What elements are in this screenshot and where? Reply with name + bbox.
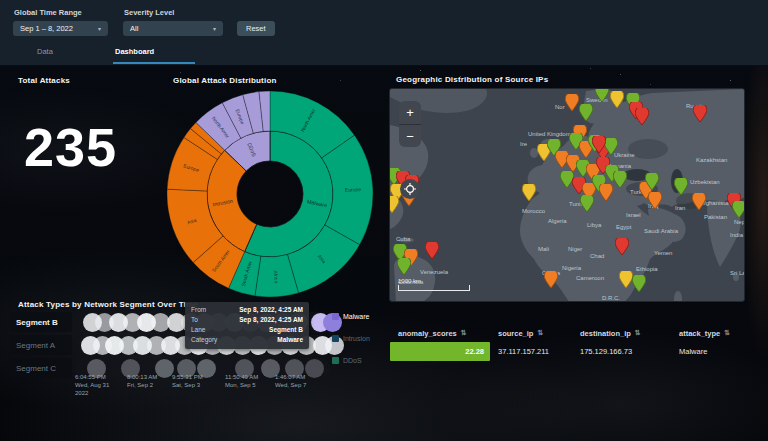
map-pin-o[interactable]	[648, 192, 662, 209]
time-axis-tick: 11:50:49 AM Mon, Sep 5	[225, 373, 258, 389]
table-header-row: anomaly_scores⇅source_ip⇅destination_ip⇅…	[390, 326, 762, 340]
map-pin-y[interactable]	[389, 196, 399, 213]
map-pin-g[interactable]	[579, 104, 593, 121]
map-pin-g[interactable]	[397, 258, 411, 275]
tooltip-field-label: To	[191, 315, 198, 325]
time-axis-tick: 9:55:31 PM Sat, Sep 3	[172, 373, 203, 389]
map-landmass	[628, 139, 668, 159]
reset-button[interactable]: Reset	[237, 21, 275, 36]
tab-data[interactable]: Data	[37, 47, 53, 56]
total-attacks-value: 235	[24, 116, 117, 178]
tooltip-row: ToSep 8, 2022, 4:25 AM	[191, 315, 303, 325]
legend-item-intrusion[interactable]: Intrusion	[332, 335, 370, 342]
map-pin-o[interactable]	[544, 271, 558, 288]
timeline-tooltip: FromSep 8, 2022, 4:25 AMToSep 8, 2022, 4…	[185, 302, 309, 349]
column-header-source_ip[interactable]: source_ip⇅	[498, 329, 580, 338]
crosshair-icon	[404, 183, 416, 195]
time-range-value: Sep 1 – 8, 2022	[20, 24, 73, 33]
legend-swatch	[332, 335, 339, 342]
sort-icon[interactable]: ⇅	[537, 329, 543, 337]
map-pin-g[interactable]	[580, 195, 594, 212]
active-tab-underline	[113, 62, 195, 64]
map-landmass	[398, 238, 414, 243]
map-pin-r[interactable]	[615, 238, 629, 255]
legend-label: DDoS	[343, 357, 362, 364]
legend-label: Malware	[343, 313, 369, 320]
source-ip-cell: 37.117.157.211	[498, 347, 580, 356]
map-pin-g[interactable]	[613, 171, 627, 188]
lane-label-segment-c: Segment C	[10, 358, 72, 378]
sunburst-title: Global Attack Distribution	[173, 76, 277, 85]
destination-ip-cell: 175.129.166.73	[580, 347, 679, 356]
time-range-dropdown[interactable]: Sep 1 – 8, 2022 ▾	[13, 21, 108, 36]
map-pin-g[interactable]	[674, 178, 688, 195]
column-header-anomaly_scores[interactable]: anomaly_scores⇅	[390, 329, 490, 338]
table-row[interactable]: 22.2837.117.157.211175.129.166.73Malware	[390, 342, 762, 361]
sort-icon[interactable]: ⇅	[635, 329, 641, 337]
attack-type-cell: Malware	[679, 347, 754, 356]
map-country-label: Tanzania	[624, 301, 648, 302]
map-pin-g[interactable]	[632, 275, 646, 292]
dashboard-app: Global Time Range Sep 1 – 8, 2022 ▾ Seve…	[0, 0, 768, 441]
map-pin-y[interactable]	[619, 271, 633, 288]
sort-icon[interactable]: ⇅	[461, 329, 467, 337]
map-zoom-control: + −	[399, 101, 421, 147]
map-landmass	[674, 291, 682, 302]
severity-label: Severity Level	[124, 8, 174, 17]
tooltip-field-value: Malware	[277, 335, 303, 345]
map-pin-y[interactable]	[610, 91, 624, 108]
legend-item-ddos[interactable]: DDoS	[332, 357, 362, 364]
column-header-attack_type[interactable]: attack_type⇅	[679, 329, 754, 338]
map-pin-r[interactable]	[425, 242, 439, 259]
sunburst-label: Europe	[345, 186, 362, 193]
map-scale-bar	[398, 285, 470, 291]
total-attacks-title: Total Attacks	[18, 76, 70, 85]
time-axis-tick: 1:46:07 AM Wed, Sep 7	[275, 373, 306, 389]
map-pin-o[interactable]	[692, 193, 706, 210]
severity-value: All	[130, 24, 138, 33]
column-header-label: anomaly_scores	[398, 329, 457, 338]
map-pin-r[interactable]	[635, 108, 649, 125]
legend-swatch	[332, 357, 339, 364]
map-title: Geographic Distribution of Source IPs	[396, 75, 548, 84]
time-range-label: Global Time Range	[14, 8, 82, 17]
tooltip-field-value: Segment B	[269, 325, 303, 335]
tooltip-field-label: Category	[191, 335, 217, 345]
chevron-down-icon: ▾	[213, 25, 216, 32]
map-pin-g[interactable]	[732, 201, 745, 218]
map-pin-r[interactable]	[693, 105, 707, 122]
tooltip-field-value: Sep 8, 2022, 4:25 AM	[239, 305, 303, 315]
legend-item-malware[interactable]: Malware	[332, 313, 369, 320]
anomaly-score-cell: 22.28	[390, 342, 490, 361]
map-scale-label: 1000 km	[398, 278, 421, 284]
lane-label-segment-b: Segment B	[10, 312, 72, 332]
column-header-destination_ip[interactable]: destination_ip⇅	[580, 329, 679, 338]
zoom-out-button[interactable]: −	[399, 125, 421, 147]
severity-dropdown[interactable]: All ▾	[123, 21, 223, 36]
sort-icon[interactable]: ⇅	[724, 329, 730, 337]
locate-button[interactable]	[400, 179, 420, 199]
column-header-label: attack_type	[679, 329, 720, 338]
tooltip-row: LaneSegment B	[191, 325, 303, 335]
map-pin-g[interactable]	[645, 173, 659, 190]
chevron-down-icon: ▾	[98, 25, 101, 32]
time-axis-tick: 6:04:55 PM Wed, Aug 31 2022	[75, 373, 109, 397]
tab-dashboard[interactable]: Dashboard	[115, 47, 154, 56]
map-pin-y[interactable]	[522, 184, 536, 201]
map-pin-o[interactable]	[565, 94, 579, 111]
tooltip-field-label: From	[191, 305, 206, 315]
column-header-label: destination_ip	[580, 329, 631, 338]
map-landmass	[733, 273, 739, 281]
timeline-event[interactable]	[305, 359, 324, 378]
map-pin-o[interactable]	[599, 184, 613, 201]
sunburst-chart[interactable]: North AmerEuropeAsiaAfricaSouth AmerMalw…	[162, 86, 378, 302]
map-pin-g[interactable]	[595, 88, 609, 102]
zoom-in-button[interactable]: +	[399, 101, 421, 125]
stars-decoration	[420, 70, 421, 71]
tooltip-field-label: Lane	[191, 325, 205, 335]
legend-label: Intrusion	[343, 335, 370, 342]
tooltip-row: CategoryMalware	[191, 335, 303, 345]
map-canvas[interactable]: RussiaSwedenNorPolandUnited KingdomIreUk…	[389, 88, 745, 302]
map-pin-g[interactable]	[604, 138, 618, 155]
map-pin-r[interactable]	[592, 136, 606, 153]
